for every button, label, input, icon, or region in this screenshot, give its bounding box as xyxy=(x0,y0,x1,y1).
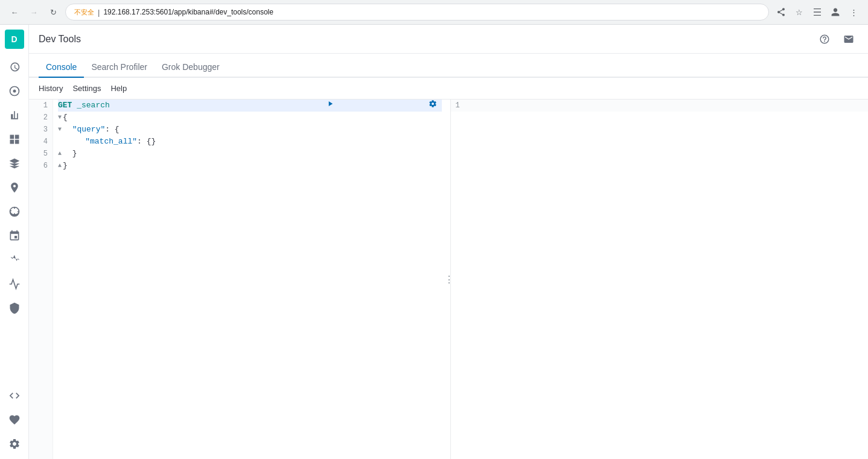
code-colon-4: : {} xyxy=(137,136,156,148)
svg-point-1 xyxy=(13,90,16,93)
tab-grok-debugger[interactable]: Grok Debugger xyxy=(155,57,227,78)
help-button[interactable] xyxy=(815,30,834,49)
fold-5[interactable]: ▲ xyxy=(58,148,62,160)
pane-resizer[interactable]: ⋮ xyxy=(447,100,450,459)
editor-area: 1 2 3 4 5 6 GET _search xyxy=(29,100,868,459)
code-key-query: "query" xyxy=(72,124,106,136)
code-brace-2: { xyxy=(63,112,68,124)
line-num-2: 2 xyxy=(34,112,48,124)
app-title: Dev Tools xyxy=(39,34,81,45)
submenu-help[interactable]: Help xyxy=(110,81,127,95)
code-line-5[interactable]: ▲ } xyxy=(58,148,442,160)
profile-button[interactable] xyxy=(828,5,843,19)
code-key-match-all: "match_all" xyxy=(85,136,137,148)
app-container: D xyxy=(0,25,868,459)
line-num-4: 4 xyxy=(34,136,48,148)
code-close-5: } xyxy=(72,148,77,160)
line-numbers: 1 2 3 4 5 6 xyxy=(29,100,53,459)
menu-button[interactable]: ⋮ xyxy=(846,5,861,19)
sidebar-item-ml[interactable] xyxy=(4,201,25,223)
back-button[interactable]: ← xyxy=(7,5,22,19)
sidebar-item-management[interactable] xyxy=(4,433,25,455)
code-line-6[interactable]: ▲ } xyxy=(58,160,442,172)
code-indent-5 xyxy=(63,148,72,160)
code-indent-3 xyxy=(63,124,72,136)
line-num-6: 6 xyxy=(34,160,48,172)
security-warning: 不安全 xyxy=(74,8,94,17)
sidebar-item-apm[interactable] xyxy=(4,249,25,271)
bookmark-button[interactable]: ☆ xyxy=(792,5,806,19)
line-num-1: 1 xyxy=(34,100,48,112)
logo-letter: D xyxy=(11,34,17,44)
resizer-dots: ⋮ xyxy=(444,274,453,285)
sidebar-item-graph[interactable] xyxy=(4,225,25,247)
sidebar-item-dev-tools[interactable] xyxy=(4,385,25,407)
line-actions xyxy=(235,100,436,112)
code-line-1[interactable]: GET _search xyxy=(58,100,442,112)
code-lines[interactable]: GET _search xyxy=(53,100,447,459)
browser-toolbar: ← → ↻ 不安全 | 192.168.17.253:5601/app/kiba… xyxy=(0,0,868,24)
sidebar-item-visualize[interactable] xyxy=(4,104,25,126)
reload-button[interactable]: ↻ xyxy=(46,5,60,19)
sidebar-item-dashboard[interactable] xyxy=(4,128,25,150)
main-content: Dev Tools Console Search Profiler Grok D… xyxy=(29,25,868,459)
editor-pane: 1 2 3 4 5 6 GET _search xyxy=(29,100,447,459)
submenu-history[interactable]: History xyxy=(39,81,63,95)
url-text: 192.168.17.253:5601/app/kibana#/dev_tool… xyxy=(103,8,273,16)
browser-actions: ☆ ⋮ xyxy=(774,5,861,19)
code-close-6: } xyxy=(63,160,68,172)
code-get: GET xyxy=(58,100,72,112)
output-pane: 1 xyxy=(450,100,869,459)
tab-console[interactable]: Console xyxy=(39,57,84,78)
tab-search-button[interactable] xyxy=(810,5,825,19)
share-button[interactable] xyxy=(774,5,788,19)
fold-2[interactable]: ▼ xyxy=(58,112,62,124)
code-endpoint: _search xyxy=(77,100,110,112)
sidebar-item-maps[interactable] xyxy=(4,177,25,198)
tab-search-profiler[interactable]: Search Profiler xyxy=(84,57,155,78)
sidebar-item-canvas[interactable] xyxy=(4,153,25,174)
sidebar-item-discover[interactable] xyxy=(4,80,25,102)
fold-6[interactable]: ▲ xyxy=(58,160,62,172)
code-line-4[interactable]: "match_all" : {} xyxy=(58,136,442,148)
code-colon-3: : { xyxy=(105,124,119,136)
forward-button[interactable]: → xyxy=(27,5,41,19)
code-indent-4 xyxy=(58,136,77,148)
address-bar[interactable]: 不安全 | 192.168.17.253:5601/app/kibana#/de… xyxy=(65,4,769,21)
line-num-3: 3 xyxy=(34,124,48,136)
submenu-settings[interactable]: Settings xyxy=(72,81,101,95)
editor-content[interactable]: 1 2 3 4 5 6 GET _search xyxy=(29,100,447,459)
sub-menu: History Settings Help xyxy=(29,78,868,100)
browser-chrome: ← → ↻ 不安全 | 192.168.17.253:5601/app/kiba… xyxy=(0,0,868,25)
header-actions xyxy=(815,30,858,49)
fold-3[interactable]: ▼ xyxy=(58,124,62,136)
output-line-num-1: 1 xyxy=(451,100,869,112)
app-header: Dev Tools xyxy=(29,25,868,54)
sidebar-item-siem[interactable] xyxy=(4,297,25,319)
sidebar-item-monitoring[interactable] xyxy=(4,409,25,431)
code-line-2[interactable]: ▼ { xyxy=(58,112,442,124)
sidebar: D xyxy=(0,25,29,459)
sidebar-item-uptime[interactable] xyxy=(4,273,25,295)
sidebar-item-recently-viewed[interactable] xyxy=(4,56,25,78)
notifications-button[interactable] xyxy=(839,30,858,49)
code-line-3[interactable]: ▼ "query" : { xyxy=(58,124,442,136)
output-line-numbers: 1 xyxy=(451,100,869,112)
line-num-5: 5 xyxy=(34,148,48,160)
kibana-logo[interactable]: D xyxy=(5,30,24,49)
tabs-bar: Console Search Profiler Grok Debugger xyxy=(29,54,868,78)
